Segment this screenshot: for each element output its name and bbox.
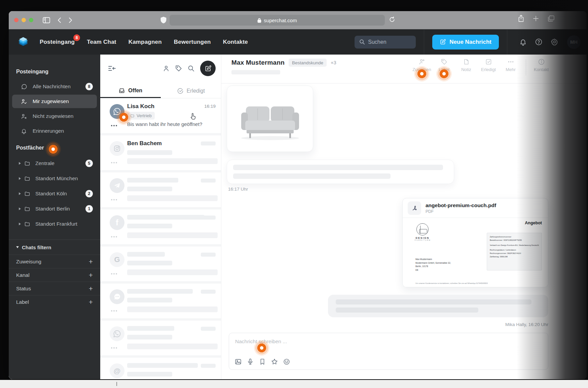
settings-gear-icon[interactable] xyxy=(551,38,558,46)
caret-right-icon[interactable] xyxy=(19,162,21,165)
conversation-ben-bachem[interactable]: Ben Bachem xyxy=(100,135,221,170)
chats-filtern-toggle[interactable]: Chats filtern xyxy=(9,240,100,255)
cursor-tick xyxy=(116,382,117,386)
back-icon[interactable] xyxy=(57,17,62,24)
chat-filter-block: Chats filtern Zuweisung+ Kanal+ Status+ … xyxy=(9,239,100,309)
message-input[interactable] xyxy=(234,336,450,347)
filter-row-kanal[interactable]: Kanal+ xyxy=(9,268,100,282)
chevron-down-icon xyxy=(16,246,19,248)
conversation-list-item[interactable] xyxy=(100,172,221,207)
label-filter-icon[interactable] xyxy=(175,65,182,72)
favorite-star-icon[interactable] xyxy=(271,358,278,365)
conversation-list-item[interactable]: f xyxy=(100,209,221,244)
skeleton-time xyxy=(201,364,216,368)
new-message-button[interactable]: Neue Nachricht xyxy=(432,35,499,50)
new-conversation-button[interactable] xyxy=(200,61,216,76)
minimize-button[interactable] xyxy=(22,18,26,22)
filter-row-status[interactable]: Status+ xyxy=(9,282,100,295)
sidebar-folder-zentrale[interactable]: Zentrale 5 xyxy=(12,156,97,171)
action-erledigt[interactable]: Erledigt xyxy=(477,58,500,72)
inbox-sidebar: Posteingang Alle Nachrichten 8 Mir zugew… xyxy=(9,55,100,379)
more-options-icon[interactable] xyxy=(111,125,117,126)
sidebar-item-nicht-zugewiesen[interactable]: Nicht zugewiesen xyxy=(12,109,97,123)
help-icon[interactable] xyxy=(535,38,543,46)
sidebar-toggle-icon[interactable] xyxy=(42,17,50,24)
sidebar-folder-berlin[interactable]: Standort Berlin 1 xyxy=(12,201,97,216)
action-label[interactable]: Label xyxy=(433,58,455,72)
action-kontakt[interactable]: Kontakt xyxy=(530,58,552,72)
conversation-list-item[interactable] xyxy=(100,321,221,355)
sidebar-item-alle-nachrichten[interactable]: Alle Nachrichten 8 xyxy=(12,80,97,93)
superchat-logo xyxy=(16,34,30,50)
tab-erledigt[interactable]: Erledigt xyxy=(161,84,221,98)
reload-icon[interactable] xyxy=(389,16,395,23)
sidebar-item-mir-zugewiesen[interactable]: Mir zugewiesen xyxy=(12,95,97,108)
more-options-icon[interactable] xyxy=(111,236,117,237)
more-options-icon[interactable] xyxy=(111,347,117,349)
contact-filter-icon[interactable] xyxy=(162,65,170,72)
message-composer[interactable] xyxy=(229,333,548,370)
caret-right-icon[interactable] xyxy=(19,223,21,225)
action-mehr[interactable]: Mehr xyxy=(500,58,522,72)
nav-item-kampagnen[interactable]: Kampagnen xyxy=(128,39,162,45)
contact-badge[interactable]: Bestandskunde xyxy=(289,59,327,67)
pdf-preview: DESIGN FURNITURE Angebot Zahlungsreferen… xyxy=(403,218,548,287)
fullscreen-button[interactable] xyxy=(29,18,33,22)
collapse-panel-icon[interactable] xyxy=(108,65,116,72)
document-footer: Um unseren Kundenservice zu kontaktieren… xyxy=(415,282,488,284)
nav-item-posteingang[interactable]: Posteingang 8 xyxy=(40,39,75,45)
plus-icon[interactable]: + xyxy=(89,285,93,293)
image-message-couch[interactable] xyxy=(227,86,313,152)
shield-icon[interactable] xyxy=(160,17,167,24)
action-notiz[interactable]: Notiz xyxy=(455,58,477,72)
conversation-list-item[interactable] xyxy=(100,284,221,318)
folder-icon xyxy=(24,191,32,197)
search-input[interactable]: Suchen xyxy=(355,36,416,48)
tab-overview-icon[interactable] xyxy=(547,15,555,22)
label-chip-vertrieb[interactable]: Vertrieb xyxy=(127,112,155,120)
sidebar-folder-koeln[interactable]: Standort Köln 2 xyxy=(12,186,97,201)
more-options-icon[interactable] xyxy=(111,310,117,312)
share-icon[interactable] xyxy=(518,14,524,23)
instagram-channel-icon xyxy=(110,141,124,156)
more-options-icon[interactable] xyxy=(111,273,117,274)
close-button[interactable] xyxy=(14,18,19,22)
skeleton-time xyxy=(201,290,216,294)
skeleton-line xyxy=(127,363,198,368)
conversation-list-item[interactable]: @ xyxy=(100,358,221,379)
plus-icon[interactable]: + xyxy=(89,271,93,279)
user-avatar[interactable]: MH xyxy=(567,35,581,49)
sidebar-folder-frankfurt[interactable]: Standort Frankfurt xyxy=(12,216,97,231)
caret-right-icon[interactable] xyxy=(19,177,21,180)
conversation-lisa-koch[interactable]: Lisa Koch 16:19 Vertrieb Bis wann habt i… xyxy=(100,98,221,133)
caret-right-icon[interactable] xyxy=(19,192,21,195)
pdf-attachment-card[interactable]: angebot-premium-couch.pdf PDF DESIGN FUR… xyxy=(402,198,548,287)
plus-icon[interactable]: + xyxy=(89,298,93,306)
sidebar-folder-muenchen[interactable]: Standort München xyxy=(12,171,97,186)
conversation-list-item[interactable]: G xyxy=(100,247,221,281)
caret-right-icon[interactable] xyxy=(19,207,21,210)
nav-item-bewertungen[interactable]: Bewertungen xyxy=(174,39,211,45)
plus-icon[interactable]: + xyxy=(89,258,93,266)
emoji-icon[interactable] xyxy=(283,358,290,365)
voice-message-icon[interactable] xyxy=(247,358,254,365)
telegram-channel-icon xyxy=(110,178,124,193)
more-options-icon[interactable] xyxy=(111,199,117,200)
notifications-bell-icon[interactable] xyxy=(519,38,527,46)
skeleton-time xyxy=(201,179,216,183)
filter-row-zuweisung[interactable]: Zuweisung+ xyxy=(9,255,100,268)
attach-image-icon[interactable] xyxy=(234,358,242,365)
new-tab-icon[interactable] xyxy=(532,15,539,22)
nav-item-team-chat[interactable]: Team Chat xyxy=(87,39,116,45)
action-zuweisen[interactable]: Zuweisen xyxy=(411,58,433,72)
filter-row-label[interactable]: Label+ xyxy=(9,295,100,309)
more-options-icon[interactable] xyxy=(111,162,117,163)
sidebar-item-erinnerungen[interactable]: Erinnerungen xyxy=(12,124,97,138)
contact-more-badges[interactable]: +3 xyxy=(331,60,336,65)
nav-item-kontakte[interactable]: Kontakte xyxy=(223,39,248,45)
forward-icon[interactable] xyxy=(68,17,73,24)
url-bar[interactable]: superchat.com xyxy=(170,15,385,26)
tab-offen[interactable]: Offen xyxy=(100,84,161,98)
search-conversations-icon[interactable] xyxy=(187,65,195,72)
saved-replies-bookmark-icon[interactable] xyxy=(259,358,266,365)
